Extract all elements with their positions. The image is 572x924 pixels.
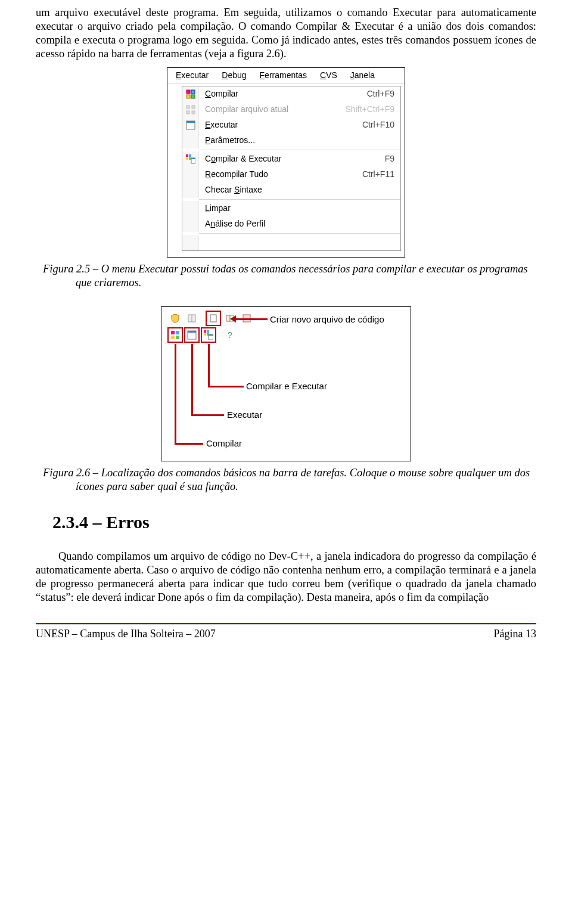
menu-item-recompilar-tudo[interactable]: Recompilar Tudo Ctrl+F11 [182,167,400,182]
shortcut: Ctrl+F11 [362,169,394,180]
shortcut: F9 [385,154,394,165]
menu-item-parametros[interactable]: Parâmetros... [182,133,400,148]
menu-separator [199,150,400,150]
figure-menu-executar: Executar Debug Ferramentas CVS Janela Co… [167,67,405,258]
menubar-item-janela[interactable]: Janela [350,70,375,81]
svg-rect-24 [176,331,179,334]
paragraph-2: Quando compilamos um arquivo de código n… [36,550,536,605]
menu-item-compilar-atual: Compilar arquivo atual Shift+Ctrl+F9 [182,102,400,117]
svg-text:?: ? [228,330,232,340]
menu-separator [199,199,400,200]
svg-rect-29 [204,330,206,333]
menu-item-resetar-programa [182,235,400,250]
menu-item-executar[interactable]: Executar Ctrl+F10 [182,117,400,133]
svg-rect-5 [192,106,195,108]
shortcut: Ctrl+F10 [362,120,394,131]
svg-rect-28 [188,331,196,333]
arrow-line [235,318,268,320]
compile-icon [182,86,199,102]
shortcut: Shift+Ctrl+F9 [346,104,394,115]
menubar-item-debug[interactable]: Debug [222,70,246,81]
svg-rect-26 [176,336,179,339]
toolbar: ? [167,311,254,343]
figure-toolbar-callouts: ? Criar novo arquivo de código Compilar … [161,306,411,461]
svg-rect-13 [189,157,191,160]
menubar: Executar Debug Ferramentas CVS Janela [167,68,405,84]
arrow-line [191,414,224,416]
menu-separator [199,233,400,234]
svg-rect-1 [191,90,195,94]
section-heading-erros: 2.3.4 – Erros [52,511,536,534]
figure-caption-2: Figura 2.6 – Localização dos comandos bá… [43,466,536,494]
svg-rect-6 [186,111,189,114]
arrow-line [208,344,210,387]
arrow-line [208,386,244,387]
toolbar-btn-help[interactable]: ? [222,327,238,343]
svg-rect-31 [204,333,206,336]
annotation-run: Executar [227,410,262,421]
svg-rect-0 [186,90,190,94]
empty-icon [182,216,199,232]
toolbar-btn-run[interactable] [184,327,200,343]
svg-rect-3 [191,95,195,98]
annotation-compile-run: Compilar e Executar [246,381,327,392]
toolbar-btn-book[interactable] [184,311,200,326]
svg-rect-25 [171,336,175,339]
menu-dropdown: Compilar Ctrl+F9 Compilar arquivo atual … [182,86,401,251]
arrow-line [175,443,203,445]
shortcut: Ctrl+F9 [367,89,394,100]
paragraph-1: um arquivo executável deste programa. Em… [36,6,536,61]
svg-rect-4 [186,106,189,108]
menu-item-analise-perfil[interactable]: Análise do Perfil [182,216,400,232]
menubar-item-executar[interactable]: Executar [176,70,209,81]
svg-rect-18 [210,315,216,322]
empty-icon [182,133,199,148]
arrow-line [191,344,193,416]
run-icon [182,117,199,133]
svg-rect-2 [186,95,190,98]
empty-icon [182,182,199,198]
menu-item-compilar[interactable]: Compilar Ctrl+F9 [182,86,400,102]
menu-item-checar-sintaxe[interactable]: Checar Sintaxe [182,182,400,198]
svg-rect-34 [209,334,213,336]
annotation-compile: Compilar [206,438,242,449]
svg-rect-12 [186,157,188,160]
toolbar-btn-compile[interactable] [167,327,183,343]
menubar-item-ferramentas[interactable]: Ferramentas [260,70,307,81]
svg-rect-30 [207,330,209,333]
compile-run-icon [182,151,199,167]
menu-item-compilar-executar[interactable]: Compilar & Executar F9 [182,151,400,167]
svg-rect-9 [186,121,195,123]
svg-rect-15 [191,158,195,159]
figure-caption-1: Figura 2.5 – O menu Executar possui toda… [43,262,536,290]
annotation-new-file: Criar novo arquivo de código [270,314,384,325]
footer-page-number: Página 13 [494,627,537,641]
svg-rect-10 [186,154,188,157]
empty-icon [182,235,199,250]
empty-icon [182,201,199,216]
arrow-line [175,344,176,444]
menubar-item-cvs[interactable]: CVS [320,70,337,81]
compile-file-icon [182,102,199,117]
toolbar-btn-compile-run[interactable] [201,327,216,343]
page-footer: UNESP – Campus de Ilha Solteira – 2007 P… [36,625,536,641]
svg-rect-23 [171,331,175,334]
svg-rect-7 [192,111,195,114]
toolbar-btn-shield[interactable] [167,311,183,326]
footer-left: UNESP – Campus de Ilha Solteira – 2007 [36,627,216,641]
toolbar-btn-new-file[interactable] [206,311,221,326]
svg-rect-11 [189,154,191,157]
empty-icon [182,167,199,182]
menu-item-limpar[interactable]: Limpar [182,201,400,216]
